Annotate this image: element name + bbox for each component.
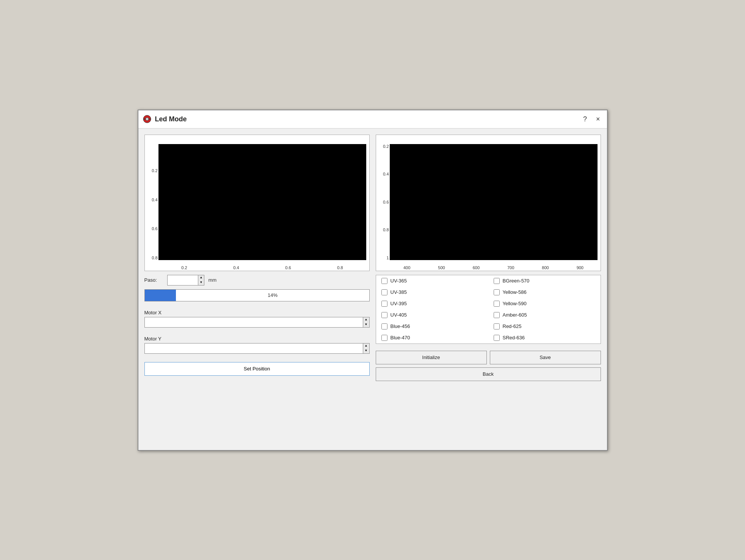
chart2-y-label: 1 <box>386 256 389 260</box>
chart1-x-label: 0.2 <box>181 265 187 270</box>
chart2-y-axis: 1 0.8 0.6 0.4 0.2 <box>377 144 389 260</box>
checkbox-label-bgreen570: BGreen-570 <box>503 278 530 284</box>
chart2-x-label: 700 <box>507 265 514 270</box>
progress-bar: 14% <box>144 289 370 301</box>
help-button[interactable]: ? <box>581 115 589 123</box>
checkbox-label-yellow586: Yellow-586 <box>503 289 527 295</box>
pokeball-icon <box>143 115 151 123</box>
paso-unit: mm <box>208 277 216 283</box>
motor-x-label: Motor X <box>144 310 370 315</box>
right-bottom-buttons: Initialize Save Back <box>376 351 601 381</box>
list-item: Blue-456 <box>376 321 488 332</box>
checkbox-label-uv385: UV-385 <box>391 289 407 295</box>
motor-x-section: Motor X 1.00 ▲ ▼ <box>144 305 370 328</box>
chart1-y-axis: 0.8 0.6 0.4 0.2 <box>146 144 158 260</box>
list-item: Blue-470 <box>376 332 488 344</box>
action-buttons-row: Initialize Save <box>376 351 601 364</box>
motor-y-label: Motor Y <box>144 336 370 342</box>
motor-y-decrement-button[interactable]: ▼ <box>363 348 369 353</box>
motor-x-spinbox-buttons: ▲ ▼ <box>363 317 369 327</box>
motor-y-spinbox[interactable]: 1.00 ▲ ▼ <box>144 343 370 354</box>
window-title: Led Mode <box>155 115 581 123</box>
chart1-x-axis: 0.2 0.4 0.6 0.8 <box>158 265 366 270</box>
paso-label: Paso: <box>144 277 163 283</box>
left-column: 0.8 0.6 0.4 0.2 0.2 0.4 0.6 0.8 Paso: <box>144 135 370 381</box>
chart2-y-label: 0.2 <box>383 144 389 149</box>
motor-x-increment-button[interactable]: ▲ <box>363 317 369 322</box>
chart2-x-label: 900 <box>577 265 583 270</box>
chart2-canvas <box>390 144 598 260</box>
set-position-button[interactable]: Set Position <box>144 362 370 376</box>
chart2-y-label: 0.4 <box>383 172 389 176</box>
motor-y-section: Motor Y 1.00 ▲ ▼ <box>144 331 370 354</box>
chart1-y-label: 0.8 <box>152 256 157 260</box>
checkbox-label-blue456: Blue-456 <box>391 323 410 329</box>
paso-increment-button[interactable]: ▲ <box>198 275 204 280</box>
chart2-y-label: 0.8 <box>383 227 389 232</box>
motor-x-input[interactable]: 1.00 <box>145 317 363 327</box>
chart1-canvas <box>158 144 366 260</box>
paso-row: Paso: 0.00 ▲ ▼ mm <box>144 275 370 285</box>
checkbox-blue470[interactable] <box>381 335 387 341</box>
checkbox-label-uv405: UV-405 <box>391 312 407 318</box>
main-content: 0.8 0.6 0.4 0.2 0.2 0.4 0.6 0.8 Paso: <box>138 129 607 387</box>
chart1-container: 0.8 0.6 0.4 0.2 0.2 0.4 0.6 0.8 <box>144 135 370 271</box>
chart1-y-label: 0.2 <box>152 168 157 173</box>
list-item: Yellow-586 <box>488 287 601 298</box>
checkbox-label-amber605: Amber-605 <box>503 312 527 318</box>
checkbox-uv395[interactable] <box>381 301 387 307</box>
checkbox-blue456[interactable] <box>381 323 387 329</box>
chart1-x-label: 0.8 <box>337 265 343 270</box>
chart2-x-label: 500 <box>438 265 445 270</box>
list-item: Red-625 <box>488 321 601 332</box>
checkbox-bgreen570[interactable] <box>494 278 500 284</box>
chart2-x-axis: 400 500 600 700 800 900 <box>390 265 598 270</box>
checkbox-label-blue470: Blue-470 <box>391 335 410 340</box>
chart1-x-label: 0.6 <box>285 265 291 270</box>
back-button[interactable]: Back <box>376 367 601 381</box>
svg-point-3 <box>146 118 148 120</box>
list-item: Amber-605 <box>488 309 601 321</box>
right-column: 1 0.8 0.6 0.4 0.2 400 500 600 700 800 90… <box>376 135 601 381</box>
motor-y-input[interactable]: 1.00 <box>145 344 363 353</box>
paso-decrement-button[interactable]: ▼ <box>198 280 204 285</box>
paso-input[interactable]: 0.00 <box>168 275 198 285</box>
checkbox-sred636[interactable] <box>494 335 500 341</box>
chart1-x-label: 0.4 <box>233 265 239 270</box>
list-item: SRed-636 <box>488 332 601 344</box>
paso-spinbox-buttons: ▲ ▼ <box>198 275 204 285</box>
motor-y-spinbox-buttons: ▲ ▼ <box>363 344 369 353</box>
progress-fill <box>145 290 176 301</box>
close-button[interactable]: × <box>594 115 602 123</box>
initialize-button[interactable]: Initialize <box>376 351 487 364</box>
list-item: UV-395 <box>376 298 488 309</box>
chart1-y-label: 0.6 <box>152 226 157 231</box>
chart2-x-label: 600 <box>473 265 480 270</box>
motor-x-decrement-button[interactable]: ▼ <box>363 322 369 327</box>
paso-spinbox[interactable]: 0.00 ▲ ▼ <box>167 275 205 285</box>
chart2-x-label: 800 <box>542 265 549 270</box>
chart1-y-label: 0.4 <box>152 198 157 202</box>
checkbox-label-red625: Red-625 <box>503 323 522 329</box>
checkbox-yellow590[interactable] <box>494 301 500 307</box>
title-bar: Led Mode ? × <box>138 110 607 129</box>
list-item: UV-405 <box>376 309 488 321</box>
chart2-container: 1 0.8 0.6 0.4 0.2 400 500 600 700 800 90… <box>376 135 601 271</box>
list-item: BGreen-570 <box>488 275 601 287</box>
checkbox-red625[interactable] <box>494 323 500 329</box>
checkbox-label-uv395: UV-395 <box>391 301 407 306</box>
save-button[interactable]: Save <box>490 351 601 364</box>
checkbox-uv385[interactable] <box>381 289 387 295</box>
checkbox-label-yellow590: Yellow-590 <box>503 301 527 306</box>
motor-x-spinbox[interactable]: 1.00 ▲ ▼ <box>144 317 370 328</box>
title-bar-buttons: ? × <box>581 115 602 123</box>
list-item: UV-385 <box>376 287 488 298</box>
checkbox-label-sred636: SRed-636 <box>503 335 525 340</box>
checkbox-uv405[interactable] <box>381 312 387 318</box>
chart2-x-label: 400 <box>403 265 410 270</box>
checkbox-amber605[interactable] <box>494 312 500 318</box>
checkbox-uv365[interactable] <box>381 278 387 284</box>
list-item: Yellow-590 <box>488 298 601 309</box>
motor-y-increment-button[interactable]: ▲ <box>363 344 369 348</box>
checkbox-yellow586[interactable] <box>494 289 500 295</box>
